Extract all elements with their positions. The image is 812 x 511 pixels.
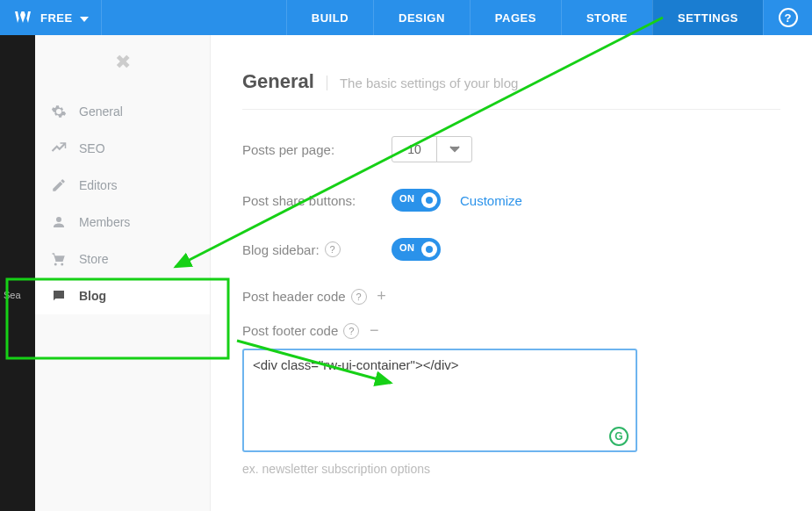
section-footer-code: Post footer code ? − G ex. newsletter su… xyxy=(242,321,780,476)
share-buttons-label: Post share buttons: xyxy=(242,193,392,208)
chat-icon xyxy=(51,288,67,304)
sidebar-item-label: General xyxy=(79,104,123,119)
close-icon[interactable]: ✖ xyxy=(112,51,133,74)
sidebar-item-blog[interactable]: Blog xyxy=(35,277,210,314)
brand[interactable]: FREE xyxy=(0,0,102,35)
posts-per-page-stepper[interactable]: 10 xyxy=(392,136,472,162)
row-share-buttons: Post share buttons: ON Customize xyxy=(242,189,780,212)
customize-link[interactable]: Customize xyxy=(460,193,522,208)
page-title: General xyxy=(242,70,314,93)
tab-pages[interactable]: PAGES xyxy=(470,0,561,35)
top-bar: FREE BUILD DESIGN PAGES STORE SETTINGS ? xyxy=(0,0,812,35)
tab-build[interactable]: BUILD xyxy=(286,0,373,35)
expand-icon[interactable]: + xyxy=(376,287,388,306)
collapse-icon[interactable]: − xyxy=(368,321,380,340)
sidebar-item-editors[interactable]: Editors xyxy=(35,167,210,204)
tab-design[interactable]: DESIGN xyxy=(373,0,470,35)
toggle-knob xyxy=(421,192,437,208)
sidebar-item-label: Store xyxy=(79,252,108,266)
blog-sidebar-label: Blog sidebar: ? xyxy=(242,241,392,257)
sidebar-item-general[interactable]: General xyxy=(35,93,210,130)
posts-per-page-value: 10 xyxy=(392,137,436,162)
gear-icon xyxy=(51,104,67,119)
help-button[interactable]: ? xyxy=(763,0,812,35)
chevron-down-icon xyxy=(80,11,89,25)
sidebar-item-label: Members xyxy=(79,215,130,229)
settings-menu: General SEO Editors Members Store Blog xyxy=(35,93,210,314)
blog-sidebar-toggle[interactable]: ON xyxy=(392,238,441,261)
help-icon[interactable]: ? xyxy=(343,323,359,339)
person-icon xyxy=(51,214,67,230)
tab-settings[interactable]: SETTINGS xyxy=(652,0,763,35)
section-header-code: Post header code ? + xyxy=(242,287,780,306)
footer-code-textarea[interactable] xyxy=(242,349,637,452)
help-icon[interactable]: ? xyxy=(325,241,341,257)
pencil-icon xyxy=(51,177,67,193)
header-code-label: Post header code xyxy=(242,289,346,304)
sidebar-item-label: SEO xyxy=(79,141,105,155)
cart-icon xyxy=(51,251,67,267)
page-heading: General The basic settings of your blog xyxy=(242,70,780,110)
sidebar-item-seo[interactable]: SEO xyxy=(35,130,210,167)
top-tabs: BUILD DESIGN PAGES STORE SETTINGS xyxy=(286,0,763,35)
share-buttons-toggle[interactable]: ON xyxy=(392,189,441,212)
row-blog-sidebar: Blog sidebar: ? ON xyxy=(242,238,780,261)
grammarly-icon[interactable]: G xyxy=(609,427,629,446)
toggle-knob xyxy=(421,241,437,257)
posts-per-page-label: Posts per page: xyxy=(242,142,392,157)
help-icon: ? xyxy=(779,8,798,27)
sidebar-item-label: Blog xyxy=(79,289,106,303)
spacer xyxy=(102,0,286,35)
plan-label: FREE xyxy=(40,11,73,25)
row-posts-per-page: Posts per page: 10 xyxy=(242,136,780,162)
sidebar-item-label: Editors xyxy=(79,178,118,192)
footer-code-hint: ex. newsletter subscription options xyxy=(242,462,780,476)
weebly-logo-icon xyxy=(12,7,33,28)
help-icon[interactable]: ? xyxy=(351,289,367,305)
toggle-on-text: ON xyxy=(399,193,415,204)
sidebar-item-members[interactable]: Members xyxy=(35,204,210,241)
trend-icon xyxy=(51,140,67,156)
page-subtitle: The basic settings of your blog xyxy=(327,76,518,90)
chevron-down-icon[interactable] xyxy=(436,137,471,162)
search-label-fragment: Sea xyxy=(4,290,21,300)
left-strip: Sea xyxy=(0,35,35,511)
toggle-on-text: ON xyxy=(399,242,415,253)
sidebar-item-store[interactable]: Store xyxy=(35,241,210,277)
settings-sidebar: ✖ General SEO Editors Members Store Blog xyxy=(35,35,211,511)
main-content: General The basic settings of your blog … xyxy=(211,35,812,511)
footer-code-label: Post footer code xyxy=(242,323,338,338)
tab-store[interactable]: STORE xyxy=(561,0,652,35)
